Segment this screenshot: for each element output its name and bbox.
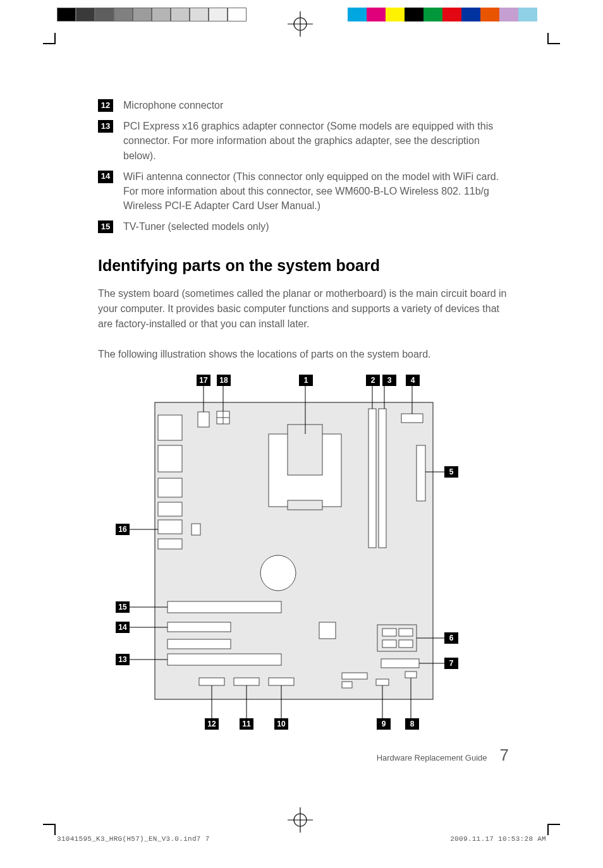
crop-mark-icon <box>547 824 549 835</box>
svg-rect-28 <box>192 524 200 535</box>
svg-rect-38 <box>319 622 336 639</box>
svg-rect-9 <box>379 409 386 548</box>
svg-rect-27 <box>158 539 182 549</box>
crop-mark-icon <box>43 43 54 44</box>
callout-number-badge: 14 <box>98 171 113 183</box>
diagram-callout: 5 <box>444 466 458 478</box>
svg-rect-6 <box>288 500 322 510</box>
diagram-callout: 18 <box>217 375 231 386</box>
section-paragraph: The system board (sometimes called the p… <box>98 286 509 332</box>
diagram-callout: 16 <box>116 524 130 535</box>
callout-text: WiFi antenna connector (This connector o… <box>123 169 509 214</box>
callout-text: Microphone connector <box>123 98 509 112</box>
section-heading: Identifying parts on the system board <box>98 256 509 275</box>
svg-rect-45 <box>382 629 396 636</box>
registration-mark-icon <box>288 807 313 833</box>
footer-guide-name: Hardware Replacement Guide <box>377 753 487 763</box>
svg-rect-54 <box>342 682 352 688</box>
list-item: 14 WiFi antenna connector (This connecto… <box>98 169 509 214</box>
svg-rect-41 <box>234 678 259 685</box>
footer-page-number: 7 <box>500 745 509 765</box>
svg-rect-47 <box>382 640 396 648</box>
crop-mark-icon <box>54 824 56 835</box>
svg-rect-56 <box>376 679 389 685</box>
diagram-callout: 1 <box>299 375 313 386</box>
diagram-callout: 6 <box>444 632 458 644</box>
page-content: 12 Microphone connector 13 PCI Express x… <box>98 98 509 731</box>
diagram-callout: 17 <box>197 375 210 386</box>
list-item: 13 PCI Express x16 graphics adapter conn… <box>98 119 509 163</box>
diagram-callout: 12 <box>205 718 219 730</box>
svg-point-30 <box>260 555 296 591</box>
diagram-callout: 4 <box>406 375 420 386</box>
svg-rect-22 <box>158 415 182 440</box>
diagram-callout: 9 <box>377 718 391 730</box>
svg-rect-48 <box>399 640 413 648</box>
svg-rect-14 <box>417 445 425 501</box>
svg-rect-39 <box>199 678 224 685</box>
svg-rect-46 <box>399 629 413 636</box>
svg-rect-8 <box>368 409 376 548</box>
crop-mark-icon <box>549 43 560 44</box>
diagram-callout: 10 <box>274 718 288 730</box>
callout-number-badge: 12 <box>98 99 113 112</box>
svg-rect-58 <box>405 672 417 678</box>
system-board-diagram: 17 18 1 2 3 4 5 6 7 8 9 10 11 12 13 14 1… <box>104 377 452 731</box>
svg-rect-23 <box>158 445 182 472</box>
callout-list: 12 Microphone connector 13 PCI Express x… <box>98 98 509 234</box>
printer-marks-top <box>0 6 603 32</box>
diagram-callout: 13 <box>116 654 130 665</box>
svg-rect-25 <box>158 502 182 516</box>
page-footer: Hardware Replacement Guide 7 <box>98 745 509 765</box>
crop-mark-icon <box>43 824 54 825</box>
diagram-callout: 14 <box>116 622 130 633</box>
crop-mark-icon <box>549 824 560 825</box>
grayscale-step-wedge <box>57 8 247 21</box>
callout-number-badge: 15 <box>98 220 113 233</box>
list-item: 12 Microphone connector <box>98 98 509 112</box>
svg-rect-33 <box>168 622 231 632</box>
registration-mark-icon <box>288 11 313 37</box>
svg-rect-53 <box>342 673 367 679</box>
svg-rect-36 <box>168 654 281 665</box>
svg-rect-16 <box>198 412 209 427</box>
imprint-filename: 31041595_K3_HRG(H57)_EN_V3.0.ind7 7 <box>57 835 210 843</box>
diagram-callout: 11 <box>240 718 253 730</box>
callout-text: PCI Express x16 graphics adapter connect… <box>123 119 509 163</box>
svg-rect-26 <box>158 520 182 534</box>
svg-rect-24 <box>158 478 182 497</box>
list-item: 15 TV-Tuner (selected models only) <box>98 219 509 234</box>
diagram-callout: 3 <box>382 375 396 386</box>
printer-imprint: 31041595_K3_HRG(H57)_EN_V3.0.ind7 7 2009… <box>57 835 546 843</box>
svg-rect-31 <box>168 601 281 613</box>
section-paragraph: The following illustration shows the loc… <box>98 347 509 362</box>
callout-text: TV-Tuner (selected models only) <box>123 219 509 234</box>
diagram-callout: 15 <box>116 601 130 613</box>
diagram-callout: 7 <box>444 658 458 669</box>
diagram-callout: 2 <box>366 375 380 386</box>
svg-rect-12 <box>401 414 423 423</box>
diagram-callout: 8 <box>405 718 419 730</box>
imprint-datetime: 2009.11.17 10:53:28 AM <box>450 835 546 843</box>
svg-rect-35 <box>168 639 231 649</box>
svg-rect-51 <box>381 659 419 668</box>
callout-number-badge: 13 <box>98 120 113 133</box>
svg-rect-43 <box>269 678 294 685</box>
color-calibration-bar <box>348 8 537 21</box>
crop-mark-icon <box>54 33 56 44</box>
